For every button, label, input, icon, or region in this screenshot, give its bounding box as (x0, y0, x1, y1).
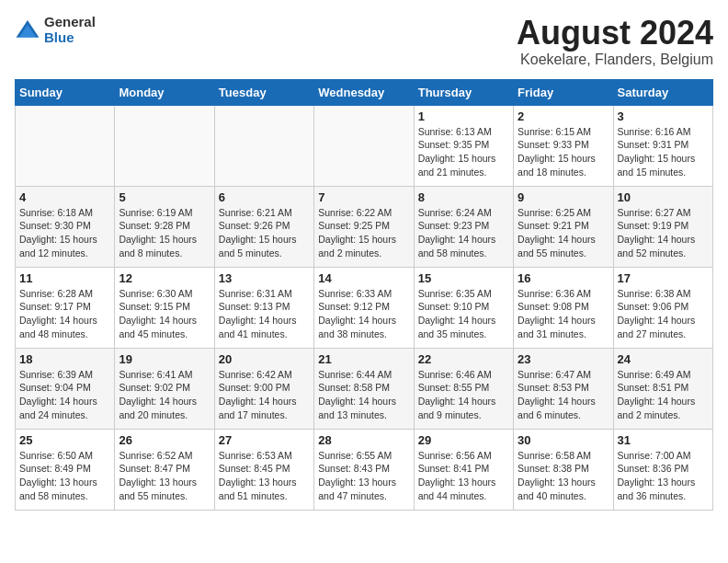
day-number: 29 (418, 433, 509, 447)
calendar-cell (314, 105, 414, 186)
day-number: 12 (119, 271, 210, 285)
calendar-cell: 28Sunrise: 6:55 AM Sunset: 8:43 PM Dayli… (314, 429, 414, 510)
calendar-table: SundayMondayTuesdayWednesdayThursdayFrid… (15, 79, 713, 511)
day-info: Sunrise: 6:36 AM Sunset: 9:08 PM Dayligh… (518, 287, 609, 341)
calendar-cell: 6Sunrise: 6:21 AM Sunset: 9:26 PM Daylig… (214, 186, 313, 267)
day-number: 8 (418, 190, 509, 204)
day-number: 7 (318, 190, 409, 204)
calendar-cell: 22Sunrise: 6:46 AM Sunset: 8:55 PM Dayli… (414, 348, 513, 429)
calendar-week-row: 4Sunrise: 6:18 AM Sunset: 9:30 PM Daylig… (16, 186, 713, 267)
calendar-week-row: 18Sunrise: 6:39 AM Sunset: 9:04 PM Dayli… (16, 348, 713, 429)
day-info: Sunrise: 6:44 AM Sunset: 8:58 PM Dayligh… (318, 368, 409, 422)
calendar-cell: 13Sunrise: 6:31 AM Sunset: 9:13 PM Dayli… (214, 267, 313, 348)
calendar-cell: 17Sunrise: 6:38 AM Sunset: 9:06 PM Dayli… (613, 267, 712, 348)
day-info: Sunrise: 6:53 AM Sunset: 8:45 PM Dayligh… (219, 449, 310, 503)
day-number: 23 (518, 352, 609, 366)
day-info: Sunrise: 6:39 AM Sunset: 9:04 PM Dayligh… (19, 368, 110, 422)
day-number: 11 (19, 271, 110, 285)
day-info: Sunrise: 6:25 AM Sunset: 9:21 PM Dayligh… (518, 206, 609, 260)
calendar-cell: 11Sunrise: 6:28 AM Sunset: 9:17 PM Dayli… (16, 267, 115, 348)
title-area: August 2024 Koekelare, Flanders, Belgium (517, 15, 713, 68)
day-number: 22 (418, 352, 509, 366)
day-info: Sunrise: 6:47 AM Sunset: 8:53 PM Dayligh… (518, 368, 609, 422)
logo-text: General Blue (44, 15, 96, 45)
day-number: 28 (318, 433, 409, 447)
calendar-cell: 31Sunrise: 7:00 AM Sunset: 8:36 PM Dayli… (613, 429, 712, 510)
calendar-cell: 19Sunrise: 6:41 AM Sunset: 9:02 PM Dayli… (115, 348, 214, 429)
day-number: 19 (119, 352, 210, 366)
day-info: Sunrise: 6:27 AM Sunset: 9:19 PM Dayligh… (618, 206, 709, 260)
day-info: Sunrise: 6:50 AM Sunset: 8:49 PM Dayligh… (19, 449, 110, 503)
day-info: Sunrise: 6:49 AM Sunset: 8:51 PM Dayligh… (618, 368, 709, 422)
day-number: 30 (518, 433, 609, 447)
day-info: Sunrise: 6:41 AM Sunset: 9:02 PM Dayligh… (119, 368, 210, 422)
day-number: 13 (219, 271, 310, 285)
calendar-cell: 3Sunrise: 6:16 AM Sunset: 9:31 PM Daylig… (613, 105, 712, 186)
day-number: 21 (318, 352, 409, 366)
day-info: Sunrise: 6:19 AM Sunset: 9:28 PM Dayligh… (119, 206, 210, 260)
calendar-header-row: SundayMondayTuesdayWednesdayThursdayFrid… (16, 79, 713, 105)
calendar-cell: 4Sunrise: 6:18 AM Sunset: 9:30 PM Daylig… (16, 186, 115, 267)
day-info: Sunrise: 6:46 AM Sunset: 8:55 PM Dayligh… (418, 368, 509, 422)
main-title: August 2024 (517, 15, 713, 52)
calendar-cell (115, 105, 214, 186)
day-info: Sunrise: 6:58 AM Sunset: 8:38 PM Dayligh… (518, 449, 609, 503)
calendar-cell: 29Sunrise: 6:56 AM Sunset: 8:41 PM Dayli… (414, 429, 513, 510)
calendar-cell: 7Sunrise: 6:22 AM Sunset: 9:25 PM Daylig… (314, 186, 414, 267)
day-number: 10 (618, 190, 709, 204)
calendar-week-row: 25Sunrise: 6:50 AM Sunset: 8:49 PM Dayli… (16, 429, 713, 510)
logo-general: General (44, 15, 96, 30)
day-header-friday: Friday (514, 79, 613, 105)
day-info: Sunrise: 6:56 AM Sunset: 8:41 PM Dayligh… (418, 449, 509, 503)
day-number: 20 (219, 352, 310, 366)
calendar-cell: 9Sunrise: 6:25 AM Sunset: 9:21 PM Daylig… (514, 186, 613, 267)
day-header-wednesday: Wednesday (314, 79, 414, 105)
calendar-cell (214, 105, 313, 186)
day-number: 31 (618, 433, 709, 447)
day-number: 18 (19, 352, 110, 366)
day-info: Sunrise: 7:00 AM Sunset: 8:36 PM Dayligh… (618, 449, 709, 503)
day-info: Sunrise: 6:42 AM Sunset: 9:00 PM Dayligh… (219, 368, 310, 422)
day-number: 1 (418, 109, 509, 123)
day-info: Sunrise: 6:18 AM Sunset: 9:30 PM Dayligh… (19, 206, 110, 260)
day-info: Sunrise: 6:31 AM Sunset: 9:13 PM Dayligh… (219, 287, 310, 341)
day-number: 16 (518, 271, 609, 285)
day-info: Sunrise: 6:52 AM Sunset: 8:47 PM Dayligh… (119, 449, 210, 503)
calendar-cell: 15Sunrise: 6:35 AM Sunset: 9:10 PM Dayli… (414, 267, 513, 348)
calendar-cell: 21Sunrise: 6:44 AM Sunset: 8:58 PM Dayli… (314, 348, 414, 429)
day-info: Sunrise: 6:55 AM Sunset: 8:43 PM Dayligh… (318, 449, 409, 503)
logo: General Blue (15, 15, 96, 45)
calendar-cell: 27Sunrise: 6:53 AM Sunset: 8:45 PM Dayli… (214, 429, 313, 510)
day-number: 5 (119, 190, 210, 204)
day-info: Sunrise: 6:38 AM Sunset: 9:06 PM Dayligh… (618, 287, 709, 341)
calendar-body: 1Sunrise: 6:13 AM Sunset: 9:35 PM Daylig… (16, 105, 713, 510)
day-info: Sunrise: 6:30 AM Sunset: 9:15 PM Dayligh… (119, 287, 210, 341)
day-number: 24 (618, 352, 709, 366)
calendar-week-row: 1Sunrise: 6:13 AM Sunset: 9:35 PM Daylig… (16, 105, 713, 186)
day-info: Sunrise: 6:16 AM Sunset: 9:31 PM Dayligh… (618, 125, 709, 179)
day-number: 4 (19, 190, 110, 204)
day-number: 9 (518, 190, 609, 204)
calendar-cell: 20Sunrise: 6:42 AM Sunset: 9:00 PM Dayli… (214, 348, 313, 429)
day-header-thursday: Thursday (414, 79, 513, 105)
calendar-cell: 14Sunrise: 6:33 AM Sunset: 9:12 PM Dayli… (314, 267, 414, 348)
day-info: Sunrise: 6:33 AM Sunset: 9:12 PM Dayligh… (318, 287, 409, 341)
day-header-tuesday: Tuesday (214, 79, 313, 105)
calendar-week-row: 11Sunrise: 6:28 AM Sunset: 9:17 PM Dayli… (16, 267, 713, 348)
calendar-cell: 23Sunrise: 6:47 AM Sunset: 8:53 PM Dayli… (514, 348, 613, 429)
calendar-cell: 25Sunrise: 6:50 AM Sunset: 8:49 PM Dayli… (16, 429, 115, 510)
calendar-cell: 2Sunrise: 6:15 AM Sunset: 9:33 PM Daylig… (514, 105, 613, 186)
calendar-cell: 12Sunrise: 6:30 AM Sunset: 9:15 PM Dayli… (115, 267, 214, 348)
day-header-monday: Monday (115, 79, 214, 105)
logo-blue: Blue (44, 30, 96, 46)
day-number: 14 (318, 271, 409, 285)
calendar-cell: 18Sunrise: 6:39 AM Sunset: 9:04 PM Dayli… (16, 348, 115, 429)
day-number: 3 (618, 109, 709, 123)
calendar-cell: 10Sunrise: 6:27 AM Sunset: 9:19 PM Dayli… (613, 186, 712, 267)
calendar-cell: 8Sunrise: 6:24 AM Sunset: 9:23 PM Daylig… (414, 186, 513, 267)
calendar-cell: 16Sunrise: 6:36 AM Sunset: 9:08 PM Dayli… (514, 267, 613, 348)
header: General Blue August 2024 Koekelare, Flan… (15, 15, 713, 68)
logo-icon (15, 17, 40, 43)
day-number: 2 (518, 109, 609, 123)
day-number: 17 (618, 271, 709, 285)
